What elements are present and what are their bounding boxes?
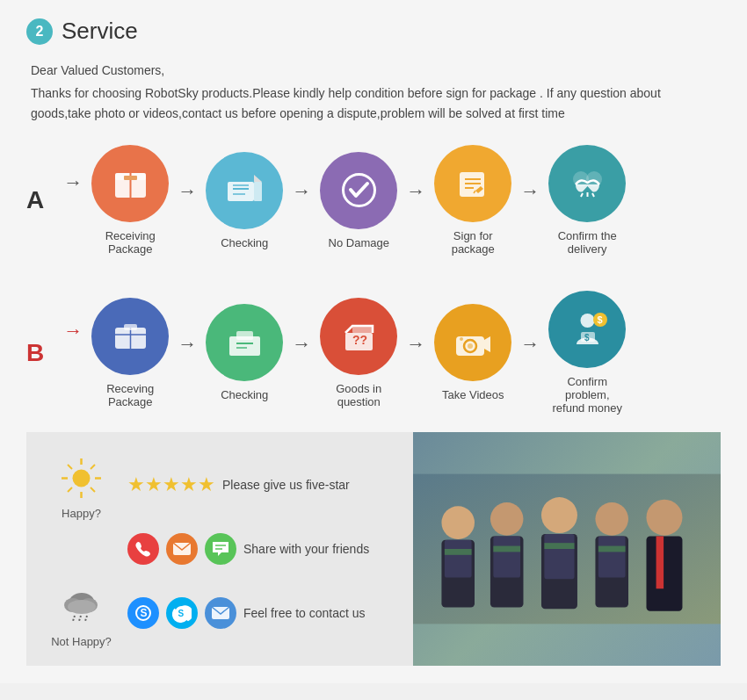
flow-row-a: A → Receiving Package →: [26, 145, 721, 256]
not-happy-row: Not Happy? S S: [48, 578, 391, 648]
staff-photo: [413, 432, 721, 666]
svg-marker-5: [254, 175, 262, 182]
svg-rect-6: [254, 182, 262, 201]
flow-item-a5: Confirm the delivery: [548, 145, 626, 256]
happy-label: Happy?: [62, 507, 101, 520]
svg-point-66: [441, 507, 475, 540]
arrow-a1: →: [178, 180, 197, 220]
flow-row-b: B → Receving Package →: [26, 291, 721, 415]
staff-image: [413, 432, 721, 666]
flow-item-a4: Sign for package: [434, 145, 511, 256]
section-header: 2 Service: [26, 18, 721, 45]
step-b2-label: Checking: [206, 388, 283, 401]
svg-text:S: S: [141, 607, 148, 619]
svg-text:$: $: [584, 333, 590, 343]
receiving-package-icon: [91, 145, 169, 222]
arrow-b3: →: [406, 333, 425, 373]
svg-text:$: $: [597, 314, 602, 325]
arrow-b2: →: [292, 333, 311, 373]
step-b3-label: Goods in question: [320, 382, 397, 408]
svg-line-47: [68, 465, 72, 469]
svg-point-72: [541, 497, 577, 533]
step-a3-label: No Damage: [320, 236, 397, 249]
confirm-problem-icon: $ $: [548, 291, 626, 368]
svg-point-57: [68, 600, 96, 614]
svg-rect-81: [445, 549, 472, 555]
email-icon: [166, 533, 198, 565]
flow-section-a: A → Receiving Package →: [26, 145, 721, 256]
svg-point-78: [646, 500, 682, 536]
star-icons: ★★★★★: [127, 473, 215, 496]
main-container: 2 Service Dear Valued Customers, Thanks …: [0, 0, 747, 683]
svg-point-36: [460, 337, 463, 341]
arrow-b4: →: [520, 333, 540, 373]
contact-icons: S S: [127, 597, 236, 629]
arrow-a3: →: [406, 180, 425, 220]
receving-package-icon: [91, 298, 169, 375]
service-icon: S: [127, 597, 159, 629]
step-b5-label: Confirm problem, refund money: [548, 375, 626, 415]
svg-rect-77: [598, 537, 626, 578]
take-videos-icon: [434, 304, 511, 381]
not-happy-label: Not Happy?: [51, 635, 112, 648]
arrow-b1: →: [178, 333, 197, 373]
chat-icon: [205, 533, 236, 565]
svg-rect-68: [445, 540, 472, 578]
svg-line-59: [79, 616, 81, 621]
svg-line-50: [91, 487, 95, 492]
svg-rect-3: [124, 176, 137, 180]
flow-item-a1: Receiving Package: [91, 145, 169, 256]
svg-line-49: [68, 487, 72, 492]
sun-icon: [53, 450, 110, 507]
svg-rect-83: [544, 543, 574, 549]
sign-package-icon: [434, 145, 511, 222]
bottom-section: Happy? ★★★★★ Please give us five-star: [26, 432, 721, 666]
section-number: 2: [26, 18, 53, 45]
happy-row: Happy? ★★★★★ Please give us five-star: [48, 450, 391, 520]
confirm-delivery-icon: [548, 145, 626, 222]
svg-rect-30: [352, 326, 373, 333]
cloud-rain-icon: [53, 578, 110, 635]
step-a4-label: Sign for package: [434, 229, 511, 256]
arrow-after-a: →: [63, 171, 83, 229]
flow-item-a3: No Damage: [320, 152, 397, 249]
step-a5-label: Confirm the delivery: [548, 229, 626, 256]
flow-item-b1: Receving Package: [91, 298, 169, 408]
flow-item-b4: Take Videos: [434, 304, 511, 401]
arrow-a2: →: [292, 180, 311, 220]
no-damage-icon: [320, 152, 397, 229]
section-title: Service: [62, 18, 138, 45]
intro-body: Thanks for choosing RobotSky products.Pl…: [31, 83, 721, 123]
arrow-a4: →: [520, 180, 540, 220]
svg-rect-24: [124, 324, 137, 330]
share-text: Share with your friends: [243, 542, 369, 556]
flow-item-b2: Checking: [206, 304, 283, 401]
flow-section-b: B → Receving Package →: [26, 291, 721, 415]
svg-rect-84: [598, 546, 626, 552]
row-a-label: A: [26, 186, 44, 214]
step-b4-label: Take Videos: [434, 388, 511, 401]
flow-item-b5: $ $ Confirm problem, refund money: [548, 291, 626, 415]
step-a1-label: Receiving Package: [91, 229, 169, 256]
svg-line-58: [73, 616, 75, 621]
bottom-left: Happy? ★★★★★ Please give us five-star: [26, 432, 413, 666]
svg-marker-35: [484, 336, 490, 352]
step-a2-label: Checking: [206, 236, 283, 249]
svg-rect-79: [646, 537, 682, 611]
phone-icon: [127, 533, 159, 565]
svg-rect-80: [656, 537, 664, 589]
svg-rect-26: [236, 331, 253, 340]
svg-point-42: [73, 470, 91, 487]
row-b-label: B: [26, 339, 44, 367]
svg-rect-82: [493, 546, 520, 552]
checking-icon-a: [206, 152, 283, 229]
contact-text: Feel free to contact us: [243, 606, 366, 620]
svg-point-69: [490, 502, 524, 536]
flow-item-b3: ?? Goods in question: [320, 298, 397, 408]
arrow-after-b: →: [63, 320, 83, 386]
goods-in-question-icon: ??: [320, 298, 397, 375]
svg-point-75: [595, 502, 628, 536]
checking-icon-b: [206, 304, 283, 381]
svg-line-18: [581, 193, 583, 197]
flow-item-a2: Checking: [206, 152, 283, 249]
